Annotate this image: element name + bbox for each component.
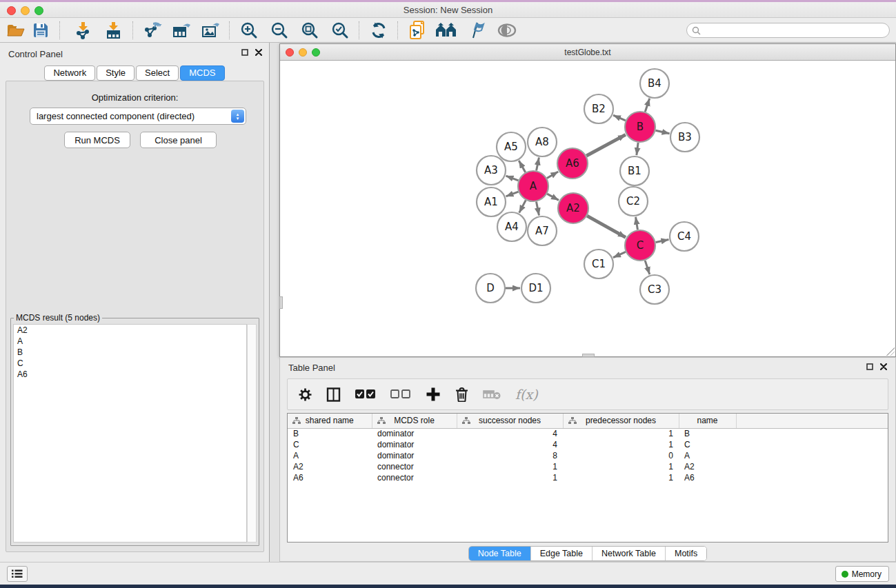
graph-edge[interactable] [506,192,519,196]
tab-node-table[interactable]: Node Table [469,547,530,560]
mcds-result-item[interactable]: C [14,358,246,369]
table-cell[interactable]: A6 [679,472,736,483]
table-cell[interactable]: A2 [679,461,736,472]
tab-style[interactable]: Style [97,65,135,81]
table-cell[interactable]: 1 [563,439,679,450]
run-mcds-button[interactable]: Run MCDS [64,132,130,148]
table-cell[interactable]: 1 [563,472,679,483]
table-cell[interactable]: C [679,439,736,450]
table-cell[interactable]: 4 [457,428,563,439]
settings-gear-icon[interactable] [299,388,312,401]
graph-edge[interactable] [645,261,650,274]
table-row[interactable]: Cdominator41C [288,439,888,450]
select-all-icon[interactable] [355,389,376,399]
table-cell[interactable]: A6 [288,472,372,483]
import-table-icon[interactable] [101,19,125,41]
tab-network-table[interactable]: Network Table [592,547,665,560]
close-panel-icon[interactable] [255,49,262,56]
graph-edge[interactable] [506,176,519,181]
table-cell[interactable]: dominator [372,428,457,439]
table-cell[interactable]: 4 [457,439,563,450]
graph-edge[interactable] [587,216,626,237]
delete-column-icon[interactable] [455,387,468,402]
deselect-all-icon[interactable] [390,389,411,399]
show-details-icon[interactable] [495,19,519,41]
column-header[interactable]: successor nodes [457,414,563,428]
network-window-titlebar[interactable]: testGlobe.txt [280,44,895,61]
add-column-icon[interactable] [426,387,441,402]
zoom-selected-icon[interactable] [328,19,352,41]
tab-mcds[interactable]: MCDS [180,65,224,81]
tab-select[interactable]: Select [136,65,179,81]
clone-network-icon[interactable] [406,19,429,41]
graph-edge[interactable] [656,240,669,243]
table-cell[interactable]: A2 [288,461,372,472]
table-cell[interactable]: A [288,450,372,461]
table-cell[interactable]: dominator [372,450,457,461]
graph-edge[interactable] [547,172,558,178]
mcds-result-list[interactable]: A2ABCA6 [13,324,247,543]
search-input[interactable] [704,26,889,35]
table-cell[interactable]: A [679,450,736,461]
close-panel-icon[interactable] [880,363,887,370]
table-cell[interactable]: B [288,428,372,439]
graph-edge[interactable] [519,200,526,212]
tab-motifs[interactable]: Motifs [665,547,706,560]
zoom-out-icon[interactable] [268,19,291,41]
close-panel-button[interactable]: Close panel [140,132,217,148]
table-cell[interactable]: 0 [563,450,679,461]
graph-edge[interactable] [613,115,626,121]
memory-status-button[interactable]: Memory [835,566,889,582]
table-cell[interactable]: 1 [563,461,679,472]
table-cell[interactable]: 1 [563,428,679,439]
export-network-icon[interactable] [141,19,164,41]
first-neighbors-icon[interactable] [435,19,458,41]
table-header-row[interactable]: shared nameMCDS rolesuccessor nodesprede… [288,414,888,428]
mcds-result-item[interactable]: A [14,336,246,347]
graph-edge[interactable] [637,143,638,155]
graph-edge[interactable] [547,194,559,200]
table-cell[interactable]: C [288,439,372,450]
zoom-in-icon[interactable] [237,19,261,41]
table-row[interactable]: Bdominator41B [288,428,888,439]
float-panel-icon[interactable] [866,363,873,370]
graph-edge[interactable] [519,161,525,172]
table-row[interactable]: A6connector11A6 [288,472,888,483]
panel-drag-handle[interactable] [279,296,283,309]
mcds-result-item[interactable]: B [14,347,246,358]
table-row[interactable]: A2connector11A2 [288,461,888,472]
graph-edge[interactable] [645,99,649,112]
table-cell[interactable]: B [679,428,736,439]
save-session-icon[interactable] [29,19,52,41]
mcds-result-scrollbar[interactable] [247,324,257,543]
network-canvas[interactable]: B4B2BB3B1A5A8A6A3AA1A4A7A2C2CC4C1C3DD1 [280,61,895,356]
hide-details-icon[interactable] [465,19,488,41]
window-resize-grip[interactable] [886,347,895,356]
column-header[interactable]: predecessor nodes [563,414,679,428]
show-task-history-button[interactable] [7,566,28,582]
tab-network[interactable]: Network [44,65,95,81]
graph-edge[interactable] [586,134,626,156]
tab-edge-table[interactable]: Edge Table [530,547,592,560]
float-panel-icon[interactable] [241,49,248,56]
optimization-criterion-select[interactable]: largest connected component (directed) ▲… [30,108,246,125]
table-cell[interactable]: 8 [457,450,563,461]
search-field[interactable] [686,23,890,38]
open-session-icon[interactable] [4,19,28,41]
column-visibility-icon[interactable] [326,387,341,402]
mcds-result-item[interactable]: A2 [14,325,246,336]
export-image-icon[interactable] [199,19,222,41]
graph-edge[interactable] [655,130,669,134]
import-network-icon[interactable] [71,19,94,41]
graph-edge[interactable] [537,158,539,171]
table-cell[interactable]: dominator [372,439,457,450]
refresh-icon[interactable] [367,19,390,41]
graph-edge[interactable] [537,202,539,216]
table-cell[interactable]: connector [372,472,457,483]
column-header[interactable]: shared name [288,414,372,428]
column-header[interactable]: name [679,414,736,428]
zoom-fit-icon[interactable] [298,19,321,41]
table-row[interactable]: Adominator80A [288,450,888,461]
graph-edge[interactable] [613,252,626,257]
column-header[interactable]: MCDS role [372,414,457,428]
